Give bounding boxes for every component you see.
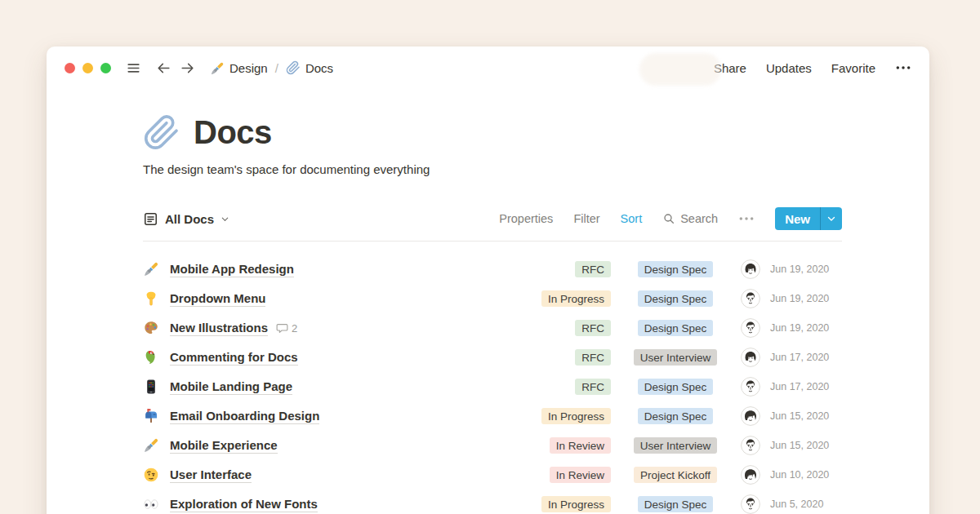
more-options-icon[interactable] [895, 64, 911, 71]
search-icon [662, 212, 675, 225]
status-badge[interactable]: In Review [550, 437, 611, 454]
row-properties: In Progress Design Spec Jun 19, 2020 [529, 289, 842, 308]
doc-title-link[interactable]: User Interface [170, 467, 252, 483]
updates-button[interactable]: Updates [766, 61, 812, 75]
view-switcher[interactable]: All Docs [143, 211, 229, 227]
new-button-caret[interactable] [820, 207, 842, 230]
status-badge[interactable]: RFC [575, 379, 611, 395]
type-badge[interactable]: Design Spec [638, 408, 714, 424]
type-badge[interactable]: User Interview [634, 349, 717, 366]
type-badge[interactable]: User Interview [634, 437, 717, 454]
avatar[interactable] [741, 465, 760, 485]
page-title-text[interactable]: Docs [194, 114, 272, 151]
table-row: Mobile App Redesign RFC Design Spec Jun … [143, 255, 842, 284]
filter-button[interactable]: Filter [573, 212, 599, 225]
doc-title-link[interactable]: Mobile App Redesign [170, 262, 294, 277]
paperclip-icon [286, 60, 301, 75]
doc-title-link[interactable]: Mobile Experience [170, 438, 278, 454]
status-badge[interactable]: RFC [575, 320, 611, 336]
breadcrumb: Design / Docs [210, 60, 333, 75]
avatar[interactable] [741, 377, 760, 397]
status-badge[interactable]: RFC [575, 349, 611, 366]
table-row: Commenting for Docs RFC User Interview J… [143, 343, 842, 372]
date-cell[interactable]: Jun 17, 2020 [770, 352, 842, 363]
date-cell[interactable]: Jun 17, 2020 [770, 381, 842, 392]
breadcrumb-item-docs[interactable]: Docs [286, 60, 333, 75]
date-cell[interactable]: Jun 19, 2020 [770, 322, 842, 334]
page-subtitle[interactable]: The design team's space for documenting … [143, 162, 842, 176]
avatar[interactable] [741, 436, 760, 455]
breadcrumb-item-design[interactable]: Design [210, 60, 268, 75]
table-row: New Illustrations 2 RFC Design Spec Jun … [143, 313, 842, 343]
search-button[interactable]: Search [662, 212, 718, 225]
date-cell[interactable]: Jun 5, 2020 [770, 498, 842, 510]
back-arrow-icon[interactable] [156, 60, 172, 76]
date-cell[interactable]: Jun 19, 2020 [770, 264, 842, 275]
doc-title-link[interactable]: Email Onboarding Design [170, 409, 319, 424]
avatar[interactable] [741, 406, 760, 426]
status-badge[interactable]: In Progress [541, 408, 611, 424]
paintbrush-icon [210, 60, 225, 75]
sidebar-toggle-icon[interactable] [126, 60, 141, 76]
doc-title-link[interactable]: New Illustrations [170, 321, 268, 336]
doc-title-link[interactable]: Dropdown Menu [170, 291, 265, 307]
type-badge[interactable]: Project Kickoff [634, 467, 717, 483]
doc-title-link[interactable]: Mobile Landing Page [170, 379, 292, 395]
status-badge[interactable]: In Progress [541, 290, 611, 307]
app-window: Design / Docs Share Updates Favorite Doc… [47, 47, 929, 514]
toolbar-more-icon[interactable] [738, 215, 755, 222]
minimize-window-button[interactable] [82, 63, 93, 73]
comment-count-value: 2 [292, 322, 297, 335]
date-cell[interactable]: Jun 15, 2020 [770, 440, 842, 451]
type-badge[interactable]: Design Spec [638, 496, 714, 512]
row-properties: In Progress Design Spec Jun 15, 2020 [529, 406, 842, 426]
row-properties: RFC Design Spec Jun 19, 2020 [529, 259, 842, 279]
table-row: Mobile Experience In Review User Intervi… [143, 431, 842, 460]
avatar[interactable] [741, 348, 760, 367]
doc-title-link[interactable]: Commenting for Docs [170, 350, 298, 366]
row-properties: In Review User Interview Jun 15, 2020 [529, 436, 842, 455]
date-cell[interactable]: Jun 15, 2020 [770, 410, 842, 422]
favorite-button[interactable]: Favorite [831, 61, 875, 75]
new-button-label[interactable]: New [775, 207, 820, 230]
avatar[interactable] [741, 318, 760, 338]
page-title: Docs [143, 113, 842, 151]
search-label: Search [680, 212, 718, 225]
properties-button[interactable]: Properties [499, 212, 553, 225]
type-badge[interactable]: Design Spec [638, 379, 714, 395]
table-row: Dropdown Menu In Progress Design Spec Ju… [143, 284, 842, 313]
table-row: User Interface In Review Project Kickoff… [143, 460, 842, 490]
avatar[interactable] [741, 494, 760, 514]
view-switcher-label: All Docs [165, 212, 214, 226]
status-badge[interactable]: In Progress [541, 496, 611, 512]
raised-eyebrow-face-icon [143, 467, 159, 483]
new-button[interactable]: New [775, 207, 842, 230]
row-properties: In Review Project Kickoff Jun 10, 2020 [529, 465, 842, 485]
close-window-button[interactable] [65, 63, 75, 73]
avatar[interactable] [741, 259, 760, 279]
zoom-window-button[interactable] [100, 63, 111, 73]
type-badge[interactable]: Design Spec [638, 261, 714, 277]
palette-icon [143, 320, 159, 336]
chevron-down-icon [220, 215, 229, 224]
type-badge[interactable]: Design Spec [638, 290, 714, 307]
docs-table: Mobile App Redesign RFC Design Spec Jun … [143, 255, 842, 514]
comment-count[interactable]: 2 [276, 322, 297, 335]
row-properties: RFC Design Spec Jun 19, 2020 [529, 318, 842, 338]
ghost-highlight [639, 53, 721, 86]
page-paperclip-icon[interactable] [143, 113, 180, 151]
date-cell[interactable]: Jun 10, 2020 [770, 469, 842, 481]
breadcrumb-label: Docs [305, 61, 333, 75]
status-badge[interactable]: In Review [550, 467, 611, 483]
row-properties: RFC User Interview Jun 17, 2020 [529, 348, 842, 367]
status-badge[interactable]: RFC [575, 261, 611, 277]
sort-button[interactable]: Sort [621, 212, 643, 225]
doc-list-icon [143, 211, 158, 227]
forward-arrow-icon[interactable] [180, 60, 195, 76]
table-row: Exploration of New Fonts In Progress Des… [143, 490, 842, 514]
page-content: Docs The design team's space for documen… [47, 113, 929, 514]
avatar[interactable] [741, 289, 760, 308]
date-cell[interactable]: Jun 19, 2020 [770, 293, 842, 304]
type-badge[interactable]: Design Spec [638, 320, 714, 336]
doc-title-link[interactable]: Exploration of New Fonts [170, 497, 318, 512]
